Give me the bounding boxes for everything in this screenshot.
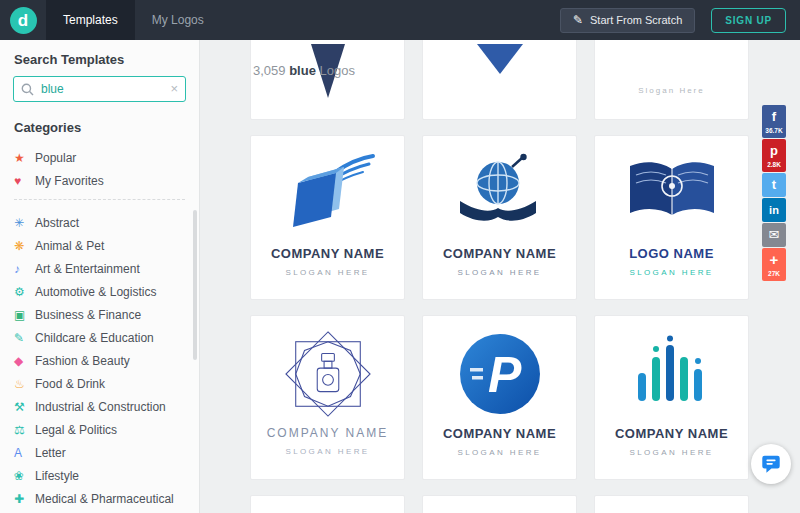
clear-search-icon[interactable]: ×: [170, 81, 178, 98]
facebook-share-count: 36.7K: [762, 126, 786, 135]
pinterest-share-count: 2.8K: [762, 160, 786, 169]
more-share-button[interactable]: + 27K: [762, 248, 786, 281]
results-keyword: blue: [289, 63, 316, 78]
search-box[interactable]: ×: [13, 76, 186, 102]
sidebar-item-label: Art & Entertainment: [35, 262, 140, 276]
more-share-count: 27K: [762, 269, 786, 278]
card-slogan: SLOGAN HERE: [629, 448, 713, 457]
logo-card[interactable]: COMPANY NAME SLOGAN HERE: [250, 315, 405, 480]
logo-card[interactable]: COMPANY NAME SLOGAN HERE: [594, 315, 749, 480]
logo-card[interactable]: [422, 40, 577, 120]
card-name: COMPANY NAME: [443, 246, 556, 261]
car-icon: ⚙: [14, 286, 35, 298]
logo-globe-book: [452, 148, 548, 240]
categories-heading: Categories: [14, 120, 199, 135]
logo-card[interactable]: P COMPANY NAME SLOGAN HERE: [422, 315, 577, 480]
sidebar-item-art-entertainment[interactable]: ♪ Art & Entertainment: [0, 257, 199, 280]
tab-templates[interactable]: Templates: [46, 0, 135, 40]
brand-logo[interactable]: d: [0, 0, 46, 40]
sidebar-item-lifestyle[interactable]: ❀ Lifestyle: [0, 464, 199, 487]
envelope-icon: ✉: [762, 223, 786, 247]
search-templates-heading: Search Templates: [14, 52, 199, 67]
logo-card[interactable]: COMPANY NAME SLOGAN HERE: [250, 135, 405, 300]
music-note-icon: ♪: [14, 263, 35, 275]
logo-card[interactable]: [594, 495, 749, 513]
logo-open-book: [622, 148, 722, 240]
pinned-category-list: ★ Popular ♥ My Favorites: [0, 146, 199, 192]
sidebar-item-abstract[interactable]: ✳ Abstract: [0, 211, 199, 234]
tools-icon: ⚒: [14, 401, 35, 413]
card-slogan: SLOGAN HERE: [285, 268, 369, 277]
logo-card[interactable]: [250, 40, 405, 120]
shield-logo-icon: [477, 44, 523, 74]
sign-up-button[interactable]: SIGN UP: [711, 8, 786, 33]
card-slogan: SLOGAN HERE: [629, 268, 713, 277]
sidebar-scrollbar[interactable]: [193, 210, 197, 360]
card-name: COMPANY NAME: [615, 426, 728, 441]
logo-p-circle: P: [458, 328, 542, 420]
search-input[interactable]: [39, 78, 171, 100]
sidebar-item-fashion-beauty[interactable]: ◆ Fashion & Beauty: [0, 349, 199, 372]
facebook-share-button[interactable]: f 36.7K: [762, 105, 786, 138]
social-share-rail: f 36.7K p 2.8K t in ✉ + 27K: [762, 105, 786, 282]
education-icon: ✎: [14, 332, 35, 344]
logo-card[interactable]: LOGO NAME SLOGAN HERE: [594, 135, 749, 300]
abstract-icon: ✳: [14, 217, 35, 229]
topbar: d Templates My Logos ✎ Start From Scratc…: [0, 0, 800, 40]
twitter-share-button[interactable]: t: [762, 173, 786, 197]
sidebar-item-label: My Favorites: [35, 174, 104, 188]
star-icon: ★: [14, 152, 35, 164]
results-heading: 3,059 blue Logos: [253, 63, 355, 78]
logo-grid: Slogan Here COMPANY NAME SLOGAN HERE: [250, 40, 749, 513]
scales-icon: ⚖: [14, 424, 35, 436]
sidebar-item-label: Fashion & Beauty: [35, 354, 130, 368]
sidebar-item-popular[interactable]: ★ Popular: [0, 146, 199, 169]
sidebar-item-letter[interactable]: A Letter: [0, 441, 199, 464]
card-slogan: SLOGAN HERE: [285, 447, 369, 456]
sidebar-item-food-drink[interactable]: ♨ Food & Drink: [0, 372, 199, 395]
card-slogan: SLOGAN HERE: [457, 268, 541, 277]
brand-logo-icon: d: [10, 7, 37, 34]
logo-card[interactable]: COMPANY NAME SLOGAN HERE: [422, 135, 577, 300]
plus-icon: +: [762, 248, 786, 269]
pinterest-share-button[interactable]: p 2.8K: [762, 139, 786, 172]
category-list: ✳ Abstract ❋ Animal & Pet ♪ Art & Entert…: [0, 211, 199, 513]
card-name: COMPANY NAME: [267, 426, 389, 440]
card-name: COMPANY NAME: [271, 246, 384, 261]
flower-icon: ❀: [14, 470, 35, 482]
twitter-icon: t: [762, 173, 786, 197]
linkedin-share-button[interactable]: in: [762, 198, 786, 222]
sidebar-item-label: Popular: [35, 151, 76, 165]
sidebar-item-my-favorites[interactable]: ♥ My Favorites: [0, 169, 199, 192]
pinterest-icon: p: [762, 139, 786, 160]
logo-card[interactable]: Slogan Here: [594, 40, 749, 120]
card-name: COMPANY NAME: [443, 426, 556, 441]
logo-document-swoosh: [278, 148, 378, 240]
card-name: LOGO NAME: [629, 246, 714, 261]
sidebar-item-legal-politics[interactable]: ⚖ Legal & Politics: [0, 418, 199, 441]
sidebar-item-label: Legal & Politics: [35, 423, 117, 437]
sidebar-item-business-finance[interactable]: ▣ Business & Finance: [0, 303, 199, 326]
sidebar-item-childcare-education[interactable]: ✎ Childcare & Education: [0, 326, 199, 349]
card-slogan: SLOGAN HERE: [457, 448, 541, 457]
sidebar-item-industrial-construction[interactable]: ⚒ Industrial & Construction: [0, 395, 199, 418]
tab-my-logos[interactable]: My Logos: [135, 0, 221, 40]
main-content: 3,059 blue Logos Slogan Here: [200, 40, 800, 513]
sidebar-item-animal-pet[interactable]: ❋ Animal & Pet: [0, 234, 199, 257]
sidebar-item-label: Abstract: [35, 216, 79, 230]
email-share-button[interactable]: ✉: [762, 223, 786, 247]
sidebar-item-label: Food & Drink: [35, 377, 105, 391]
sidebar: Search Templates × Categories ★ Popular …: [0, 40, 200, 513]
start-from-scratch-label: Start From Scratch: [590, 14, 682, 26]
chat-widget-button[interactable]: [751, 444, 791, 484]
results-suffix: Logos: [320, 63, 355, 78]
logo-card[interactable]: [250, 495, 405, 513]
start-from-scratch-button[interactable]: ✎ Start From Scratch: [560, 8, 695, 33]
card-slogan: Slogan Here: [595, 86, 748, 95]
sidebar-item-automotive-logistics[interactable]: ⚙ Automotive & Logistics: [0, 280, 199, 303]
edit-icon: ✎: [573, 13, 583, 27]
heart-icon: ♥: [14, 175, 35, 187]
results-count: 3,059: [253, 63, 286, 78]
logo-card[interactable]: [422, 495, 577, 513]
sidebar-item-medical-pharmaceutical[interactable]: ✚ Medical & Pharmaceutical: [0, 487, 199, 510]
